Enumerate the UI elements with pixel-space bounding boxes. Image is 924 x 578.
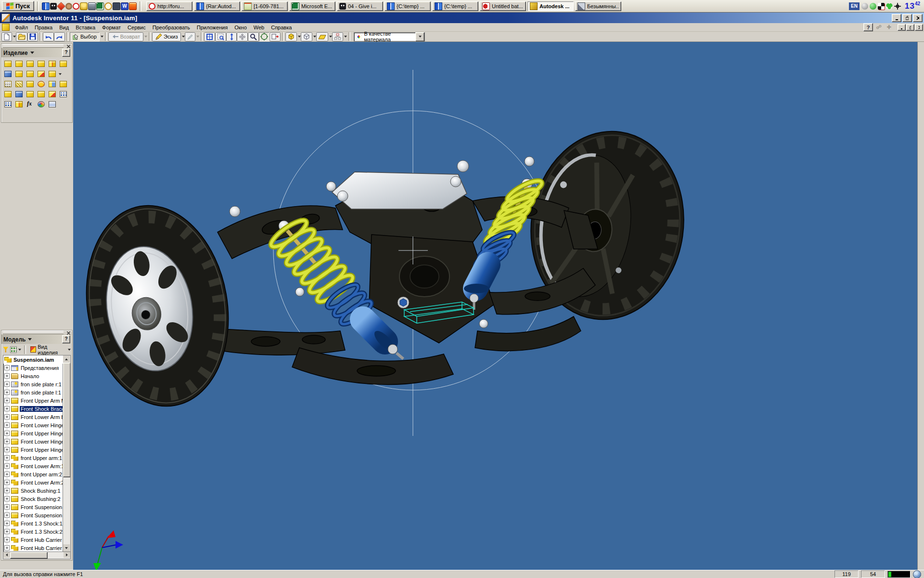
quick-launch-icon[interactable] bbox=[50, 3, 57, 10]
panel-help-button[interactable]: ? bbox=[62, 335, 70, 343]
tree-item[interactable]: front Upper arm:1 bbox=[3, 454, 63, 462]
open-button[interactable] bbox=[16, 32, 27, 41]
taskbar-window-button[interactable]: {Rar:Autod... bbox=[194, 1, 240, 11]
assembly-tool-icon[interactable] bbox=[25, 59, 35, 68]
assembly-tool-icon[interactable] bbox=[14, 79, 24, 89]
tree-item[interactable]: fron side plate r:1 bbox=[3, 380, 63, 388]
panel-help-button[interactable]: ? bbox=[62, 49, 70, 57]
material-combobox[interactable]: В качестве материала bbox=[354, 32, 425, 41]
panel-drag-handle[interactable] bbox=[1, 44, 72, 48]
scroll-up-button[interactable] bbox=[63, 355, 70, 363]
assembly-tool-icon[interactable] bbox=[47, 100, 57, 109]
taskbar-window-button[interactable]: {C:\temp} ... bbox=[432, 1, 478, 11]
view-representation-dropdown[interactable] bbox=[68, 349, 71, 351]
assembly-tool-icon[interactable] bbox=[14, 100, 24, 109]
tree-expand-icon[interactable] bbox=[4, 406, 10, 411]
tree-expand-icon[interactable] bbox=[4, 414, 10, 420]
assembly-tool-icon[interactable] bbox=[58, 59, 68, 68]
tree-expand-icon[interactable] bbox=[4, 422, 10, 428]
assembly-tool-icon[interactable] bbox=[3, 69, 13, 79]
tree-item[interactable]: Front Lower Hinge Pin:2 bbox=[3, 437, 63, 446]
assembly-tool-icon[interactable] bbox=[14, 59, 24, 68]
quick-launch-icon[interactable] bbox=[96, 2, 104, 10]
assembly-tool-icon[interactable] bbox=[25, 79, 35, 89]
mdi-restore-button[interactable] bbox=[906, 24, 914, 31]
tree-root-item[interactable]: Suspension.iam bbox=[3, 355, 63, 364]
browser-mode-dropdown[interactable] bbox=[18, 349, 21, 351]
quick-launch-icon[interactable] bbox=[80, 2, 88, 10]
taskbar-window-button[interactable]: Безымянны... bbox=[575, 1, 621, 11]
taskbar-window-button[interactable]: [1-609-781... bbox=[242, 1, 288, 11]
scroll-right-button[interactable] bbox=[64, 552, 70, 558]
tree-expand-icon[interactable] bbox=[4, 439, 10, 444]
assembly-tool-icon[interactable] bbox=[36, 100, 46, 109]
tree-expand-icon[interactable] bbox=[4, 381, 10, 387]
panel-close-button[interactable] bbox=[65, 44, 71, 49]
tree-item[interactable]: Front Upper Hinge Pin:2 bbox=[3, 446, 63, 454]
shaded-display-button[interactable] bbox=[285, 32, 297, 41]
undo-button[interactable] bbox=[43, 32, 54, 41]
quick-launch-icon[interactable] bbox=[73, 3, 79, 10]
tree-item[interactable]: Front Lower Arm:2 bbox=[3, 478, 63, 486]
menu-item[interactable]: Формат bbox=[99, 24, 124, 31]
tree-expand-icon[interactable] bbox=[4, 496, 10, 501]
taskbar-window-button[interactable]: 04 - Give i... bbox=[337, 1, 383, 11]
zoom-all-button[interactable] bbox=[204, 32, 215, 41]
zoom-selected-button[interactable] bbox=[248, 32, 259, 41]
mdi-close-button[interactable] bbox=[915, 24, 923, 31]
tree-expand-icon[interactable] bbox=[4, 512, 10, 518]
tree-expand-icon[interactable] bbox=[4, 447, 10, 452]
menu-item[interactable]: Сервис bbox=[124, 24, 149, 31]
quick-launch-icon[interactable] bbox=[57, 1, 65, 10]
tree-item[interactable]: Front Hub Carrier R:1 bbox=[3, 544, 63, 552]
tree-item[interactable]: Shock Bushing:2 bbox=[3, 495, 63, 503]
quick-launch-icon[interactable] bbox=[121, 2, 128, 10]
tree-vertical-scrollbar[interactable] bbox=[63, 355, 70, 552]
restore-button[interactable] bbox=[902, 14, 912, 22]
assembly-tool-icon[interactable] bbox=[25, 100, 35, 109]
close-button[interactable] bbox=[913, 14, 923, 22]
new-file-button[interactable] bbox=[1, 32, 12, 41]
taskbar-window-button[interactable]: Microsoft E... bbox=[289, 1, 335, 11]
quick-launch-icon[interactable] bbox=[88, 2, 96, 10]
select-other-icon[interactable]: ☍ bbox=[874, 24, 883, 31]
tree-expand-icon[interactable] bbox=[4, 431, 10, 436]
taskbar-window-button[interactable]: {C:\temp} ... bbox=[385, 1, 431, 11]
orbit-button[interactable] bbox=[259, 32, 270, 41]
tree-expand-icon[interactable] bbox=[4, 504, 10, 510]
assembly-tool-icon[interactable] bbox=[3, 59, 13, 68]
look-at-button[interactable] bbox=[270, 32, 281, 41]
component-opacity-dropdown[interactable] bbox=[344, 36, 347, 38]
menu-item[interactable]: Вид bbox=[56, 24, 72, 31]
tree-item[interactable]: Front Upper Hinge Pin:1 bbox=[3, 429, 63, 437]
zoom-dynamic-button[interactable] bbox=[226, 32, 237, 41]
tree-expand-icon[interactable] bbox=[4, 529, 10, 534]
tree-expand-icon[interactable] bbox=[4, 365, 10, 370]
browser-mode-icon[interactable] bbox=[10, 346, 17, 353]
menu-item[interactable]: Окно bbox=[231, 24, 250, 31]
tree-item[interactable]: Front Hub Carrier L:1 bbox=[3, 536, 63, 544]
tree-expand-icon[interactable] bbox=[4, 373, 10, 379]
scroll-thumb[interactable] bbox=[63, 363, 71, 477]
tree-item[interactable]: Front Upper Arm Mount:1 bbox=[3, 396, 63, 405]
taskbar-window-button[interactable]: Untitled bat... bbox=[480, 1, 526, 11]
update-button[interactable] bbox=[185, 32, 195, 41]
tree-item[interactable]: Front Lower Arm:1 bbox=[3, 462, 63, 470]
tree-expand-icon[interactable] bbox=[4, 537, 10, 542]
camera-mode-button[interactable] bbox=[301, 32, 312, 41]
update-dropdown[interactable] bbox=[196, 36, 199, 38]
tree-item[interactable]: Представления bbox=[3, 364, 63, 372]
tree-horizontal-scrollbar[interactable] bbox=[3, 552, 71, 559]
tree-expand-icon[interactable] bbox=[4, 488, 10, 493]
tree-item[interactable]: Front 1.3 Shock:2 bbox=[3, 527, 63, 536]
assembly-tool-icon[interactable] bbox=[47, 59, 57, 68]
tree-item[interactable]: front Upper arm:2 bbox=[3, 470, 63, 478]
menu-item[interactable]: Приложения bbox=[193, 24, 231, 31]
language-indicator[interactable]: EN bbox=[849, 2, 860, 10]
assembly-panel-header[interactable]: Изделие ? bbox=[1, 48, 72, 57]
save-button[interactable] bbox=[27, 32, 38, 41]
menu-item[interactable]: Вставка bbox=[72, 24, 99, 31]
assembly-tool-icon[interactable] bbox=[3, 90, 13, 99]
assembly-tool-icon[interactable] bbox=[58, 79, 68, 89]
select-tool-button[interactable]: Выбор bbox=[70, 32, 100, 41]
